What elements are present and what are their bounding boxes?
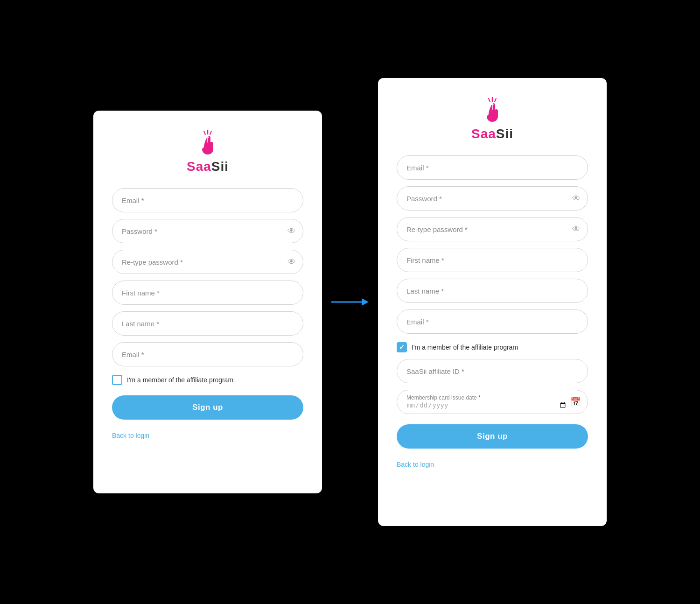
right-logo: SaaSii [471,97,513,141]
right-password-input[interactable] [397,186,588,211]
left-email-wrapper [112,188,303,212]
right-affiliate-id-input[interactable] [397,359,588,383]
right-affiliate-checkbox[interactable] [397,342,407,352]
right-form: 👁 👁 I'm a member of the affilia [397,155,588,468]
right-password-eye-icon[interactable]: 👁 [572,194,581,204]
left-logo-icon [194,129,222,157]
scene: SaaSii 👁 👁 [0,0,700,604]
left-password-wrapper: 👁 [112,219,303,243]
right-calendar-icon: 📅 [570,397,581,407]
left-retype-wrapper: 👁 [112,250,303,274]
right-signup-button[interactable]: Sign up [397,424,588,449]
arrow-icon [331,296,369,308]
right-membership-date-container: Membership card issue date * [397,390,588,414]
right-back-login-link[interactable]: Back to login [397,461,588,468]
right-card: SaaSii 👁 👁 [378,78,607,526]
svg-line-2 [204,131,205,134]
left-logo: SaaSii [187,129,229,174]
right-membership-date-label: Membership card issue date * [406,394,567,401]
left-firstname-wrapper [112,281,303,305]
right-email2-wrapper [397,309,588,334]
right-email-input[interactable] [397,155,588,180]
left-password-eye-icon[interactable]: 👁 [287,226,296,236]
left-card: SaaSii 👁 👁 [93,111,322,493]
right-password-wrapper: 👁 [397,186,588,211]
left-password-input[interactable] [112,219,303,243]
right-logo-icon [478,97,506,125]
svg-line-7 [489,98,490,102]
right-retype-eye-icon[interactable]: 👁 [572,225,581,234]
left-back-login-link[interactable]: Back to login [112,432,303,439]
left-email-input[interactable] [112,188,303,212]
right-email2-input[interactable] [397,309,588,334]
arrow-container [322,296,378,308]
right-firstname-input[interactable] [397,248,588,272]
right-logo-text: SaaSii [471,126,513,141]
right-retype-wrapper: 👁 [397,217,588,241]
right-membership-date-wrapper: Membership card issue date * 📅 [397,390,588,414]
right-affiliate-label: I'm a member of the affiliate program [412,344,518,351]
left-retype-input[interactable] [112,250,303,274]
right-retype-input[interactable] [397,217,588,241]
right-firstname-wrapper [397,248,588,272]
svg-line-6 [495,98,496,102]
svg-line-1 [210,131,211,134]
left-affiliate-checkbox[interactable] [112,375,122,385]
left-email2-input[interactable] [112,342,303,366]
left-logo-text: SaaSii [187,159,229,174]
right-lastname-input[interactable] [397,279,588,303]
left-affiliate-checkbox-row: I'm a member of the affiliate program [112,375,303,385]
left-signup-button[interactable]: Sign up [112,395,303,420]
right-affiliate-checkbox-row: I'm a member of the affiliate program [397,342,588,352]
left-form: 👁 👁 I'm a member of the affilia [112,188,303,439]
right-membership-date-input[interactable] [406,401,567,409]
left-lastname-input[interactable] [112,311,303,336]
left-affiliate-label: I'm a member of the affiliate program [127,376,233,384]
left-retype-eye-icon[interactable]: 👁 [287,257,296,267]
left-firstname-input[interactable] [112,281,303,305]
right-lastname-wrapper [397,279,588,303]
left-email2-wrapper [112,342,303,366]
right-affiliate-id-wrapper [397,359,588,383]
svg-marker-4 [362,298,369,306]
left-lastname-wrapper [112,311,303,336]
right-email-wrapper [397,155,588,180]
